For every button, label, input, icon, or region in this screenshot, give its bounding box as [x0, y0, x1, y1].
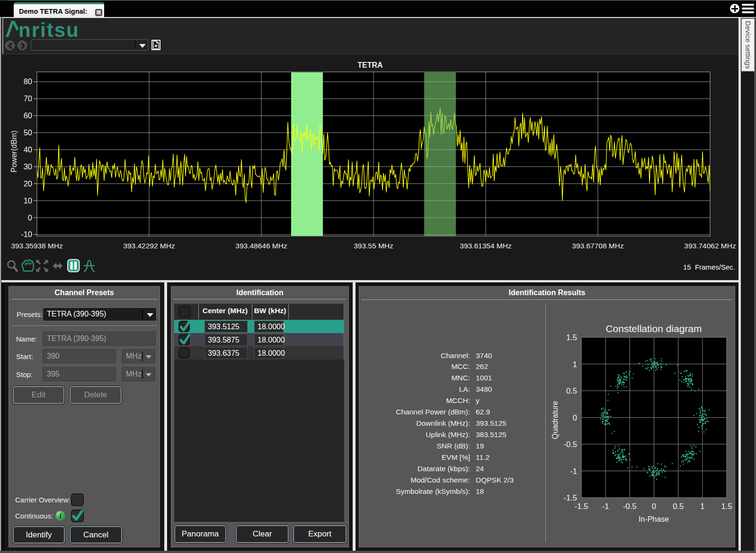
svg-text:-10: -10	[21, 230, 32, 238]
svg-text:-0.5: -0.5	[564, 440, 577, 448]
svg-text:20: 20	[24, 179, 32, 188]
svg-text:40: 40	[24, 145, 32, 154]
svg-text:-0.5: -0.5	[623, 502, 636, 510]
svg-text:-1.5: -1.5	[564, 493, 577, 502]
svg-text:0.5: 0.5	[566, 386, 577, 395]
svg-text:nritsu: nritsu	[18, 20, 80, 38]
svg-text:-1: -1	[570, 467, 577, 475]
svg-text:393.42292 MHz: 393.42292 MHz	[123, 242, 175, 250]
svg-text:30: 30	[24, 162, 32, 171]
svg-text:1: 1	[573, 360, 577, 369]
svg-text:393.67708 MHz: 393.67708 MHz	[572, 242, 623, 250]
svg-text:1.5: 1.5	[566, 333, 577, 342]
svg-text:0: 0	[573, 413, 577, 422]
svg-text:0: 0	[28, 213, 32, 222]
svg-text:0.5: 0.5	[673, 502, 684, 510]
svg-text:In-Phase: In-Phase	[639, 515, 669, 523]
svg-text:60: 60	[24, 111, 32, 120]
svg-text:1.5: 1.5	[721, 502, 732, 510]
svg-text:Quadrature: Quadrature	[551, 401, 559, 439]
svg-text:393.55 MHz: 393.55 MHz	[354, 242, 393, 250]
svg-text:10: 10	[24, 196, 32, 205]
svg-text:393.74062 MHz: 393.74062 MHz	[684, 242, 736, 250]
svg-text:393.35938 MHz: 393.35938 MHz	[11, 242, 62, 250]
svg-text:393.61354 MHz: 393.61354 MHz	[460, 242, 511, 250]
svg-text:50: 50	[24, 128, 32, 137]
svg-text:1: 1	[700, 502, 704, 510]
svg-text:393.48646 MHz: 393.48646 MHz	[235, 242, 287, 250]
svg-text:0: 0	[652, 502, 656, 510]
svg-text:80: 80	[24, 77, 32, 86]
svg-text:-1: -1	[602, 502, 609, 510]
svg-text:70: 70	[24, 94, 32, 103]
svg-text:Constellation diagram: Constellation diagram	[605, 323, 702, 334]
svg-text:-1.5: -1.5	[575, 502, 588, 510]
